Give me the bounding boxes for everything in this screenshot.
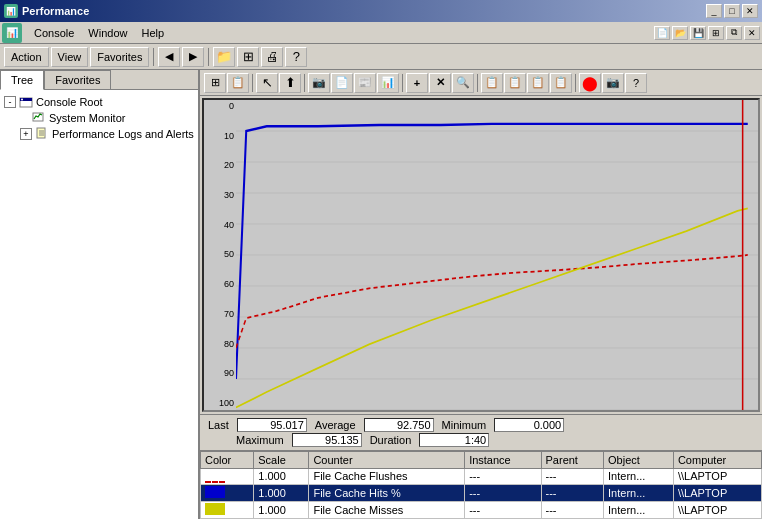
toolbar1: Action View Favorites ◀ ▶ 📁 ⊞ 🖨 ? <box>0 44 762 70</box>
minimum-label: Minimum <box>442 419 487 431</box>
menu-app-icon: 📊 <box>2 23 22 43</box>
col-computer: Computer <box>673 451 761 468</box>
ptb-record-button[interactable]: 📷 <box>602 73 624 93</box>
col-instance: Instance <box>465 451 541 468</box>
menu-close-button[interactable]: ✕ <box>744 26 760 40</box>
ptb-remove-button[interactable]: ✕ <box>429 73 451 93</box>
cell-parent: --- <box>541 502 604 519</box>
stats-row-2: Maximum 95.135 Duration 1:40 <box>208 433 754 447</box>
minimize-button[interactable]: _ <box>706 4 722 18</box>
table-row[interactable]: 1.000File Cache Misses------Intern...\\L… <box>201 502 762 519</box>
title-bar: 📊 Performance _ □ ✕ <box>0 0 762 22</box>
tree-tab[interactable]: Tree <box>0 70 44 90</box>
duration-label: Duration <box>370 434 412 446</box>
ptb-new-button[interactable]: ⊞ <box>204 73 226 93</box>
cell-scale: 1.000 <box>254 485 309 502</box>
tree-panel: - Console Root System Monitor <box>0 90 198 519</box>
ptb-search-button[interactable]: 🔍 <box>452 73 474 93</box>
title-bar-buttons[interactable]: _ □ ✕ <box>706 4 758 18</box>
tree-system-monitor[interactable]: System Monitor <box>20 110 194 126</box>
ptb-chart-button[interactable]: 📊 <box>377 73 399 93</box>
perf-logs-icon <box>35 127 49 141</box>
ptb-sep2 <box>304 74 305 92</box>
cell-counter: File Cache Misses <box>309 502 465 519</box>
tab-bar: Tree Favorites <box>0 70 198 90</box>
red-line <box>236 255 748 348</box>
table-header-row: Color Scale Counter Instance Parent Obje… <box>201 451 762 468</box>
ptb-help2-button[interactable]: ? <box>625 73 647 93</box>
favorites-menu[interactable]: Favorites <box>90 47 149 67</box>
stats-row-1: Last 95.017 Average 92.750 Minimum 0.000 <box>208 418 754 432</box>
y-label-100: 100 <box>204 399 234 408</box>
ptb-paste3-button[interactable]: 📋 <box>550 73 572 93</box>
table-body: 1.000File Cache Flushes------Intern...\\… <box>201 468 762 518</box>
menu-console[interactable]: Console <box>28 25 80 41</box>
tree-perf-logs[interactable]: + Performance Logs and Alerts <box>20 126 194 142</box>
table-row[interactable]: 1.000File Cache Hits %------Intern...\\L… <box>201 485 762 502</box>
y-label-30: 30 <box>204 191 234 200</box>
back-button[interactable]: ◀ <box>158 47 180 67</box>
stats-bar: Last 95.017 Average 92.750 Minimum 0.000… <box>200 414 762 450</box>
tree-expand-perf[interactable]: + <box>20 128 32 140</box>
cell-computer: \\LAPTOP <box>673 468 761 484</box>
y-label-0: 0 <box>204 102 234 111</box>
tree-console-root[interactable]: - Console Root <box>4 94 194 110</box>
ptb-add-button[interactable]: + <box>406 73 428 93</box>
favorites-tab[interactable]: Favorites <box>44 70 111 89</box>
y-label-50: 50 <box>204 250 234 259</box>
chart-container: 100 90 80 70 60 50 40 30 20 10 0 <box>202 98 760 412</box>
ptb-sep5 <box>575 74 576 92</box>
last-value: 95.017 <box>237 418 307 432</box>
menu-grid-button[interactable]: ⊞ <box>708 26 724 40</box>
menu-save-button[interactable]: 💾 <box>690 26 706 40</box>
menu-bar: 📊 Console Window Help 📄 📂 💾 ⊞ ⧉ ✕ <box>0 22 762 44</box>
view-type-button[interactable]: ⊞ <box>237 47 259 67</box>
svg-point-2 <box>21 99 23 101</box>
forward-button[interactable]: ▶ <box>182 47 204 67</box>
cell-instance: --- <box>465 485 541 502</box>
duration-value: 1:40 <box>419 433 489 447</box>
ptb-stop-button[interactable]: ⬤ <box>579 73 601 93</box>
menu-help[interactable]: Help <box>135 25 170 41</box>
tree-expand-root[interactable]: - <box>4 96 16 108</box>
col-parent: Parent <box>541 451 604 468</box>
cell-parent: --- <box>541 468 604 484</box>
y-label-90: 90 <box>204 369 234 378</box>
ptb-paste2-button[interactable]: 📋 <box>527 73 549 93</box>
view-menu[interactable]: View <box>51 47 89 67</box>
table-row[interactable]: 1.000File Cache Flushes------Intern...\\… <box>201 468 762 484</box>
toolbar-separator-2 <box>208 48 209 66</box>
menu-open-button[interactable]: 📂 <box>672 26 688 40</box>
close-button[interactable]: ✕ <box>742 4 758 18</box>
help-button[interactable]: ? <box>285 47 307 67</box>
ptb-doc-button[interactable]: 📄 <box>331 73 353 93</box>
open-folder-button[interactable]: 📁 <box>213 47 235 67</box>
y-axis: 100 90 80 70 60 50 40 30 20 10 0 <box>204 100 236 410</box>
cell-color <box>201 502 254 519</box>
col-scale: Scale <box>254 451 309 468</box>
ptb-highlight-button[interactable]: ⬆ <box>279 73 301 93</box>
perf-toolbar: ⊞ 📋 ↖ ⬆ 📷 📄 📰 📊 + ✕ 🔍 📋 📋 📋 📋 ⬤ 📷 ? <box>200 70 762 96</box>
y-label-80: 80 <box>204 340 234 349</box>
minimum-value: 0.000 <box>494 418 564 432</box>
ptb-copy-button[interactable]: 📋 <box>227 73 249 93</box>
ptb-sep1 <box>252 74 253 92</box>
col-color: Color <box>201 451 254 468</box>
menu-new-window-button[interactable]: 📄 <box>654 26 670 40</box>
print-button[interactable]: 🖨 <box>261 47 283 67</box>
cell-object: Intern... <box>604 502 674 519</box>
menu-right-buttons[interactable]: 📄 📂 💾 ⊞ ⧉ ✕ <box>654 26 760 40</box>
average-label: Average <box>315 419 356 431</box>
ptb-copy2-button[interactable]: 📋 <box>481 73 503 93</box>
ptb-news-button[interactable]: 📰 <box>354 73 376 93</box>
ptb-paste-button[interactable]: 📋 <box>504 73 526 93</box>
action-menu[interactable]: Action <box>4 47 49 67</box>
menu-window[interactable]: Window <box>82 25 133 41</box>
y-label-20: 20 <box>204 161 234 170</box>
perf-logs-label: Performance Logs and Alerts <box>52 128 194 140</box>
menu-restore-button[interactable]: ⧉ <box>726 26 742 40</box>
ptb-camera-button[interactable]: 📷 <box>308 73 330 93</box>
maximize-button[interactable]: □ <box>724 4 740 18</box>
last-label: Last <box>208 419 229 431</box>
ptb-cursor-button[interactable]: ↖ <box>256 73 278 93</box>
